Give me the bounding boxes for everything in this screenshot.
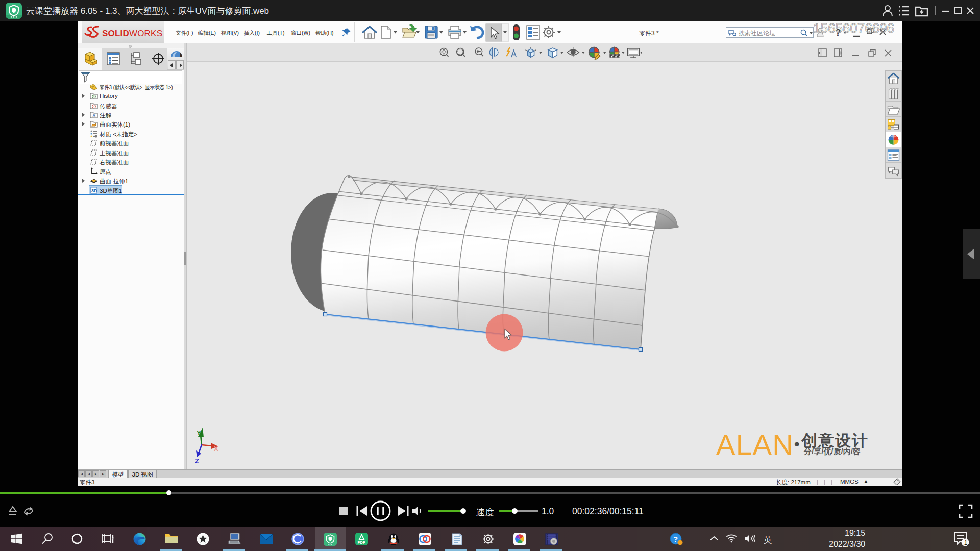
svg-text:3D: 3D: [91, 188, 97, 193]
svg-text:X: X: [214, 445, 218, 453]
svg-text:Z: Z: [195, 457, 199, 465]
svg-text:PDF: PDF: [358, 540, 365, 545]
svg-text:?: ?: [673, 535, 678, 543]
svg-text:SOLIDWORKS: SOLIDWORKS: [102, 29, 162, 38]
svg-text:课外辅导: 课外辅导: [328, 543, 333, 545]
svg-text:A: A: [92, 113, 96, 118]
svg-text:Y: Y: [197, 429, 201, 437]
svg-text:1: 1: [964, 539, 968, 546]
